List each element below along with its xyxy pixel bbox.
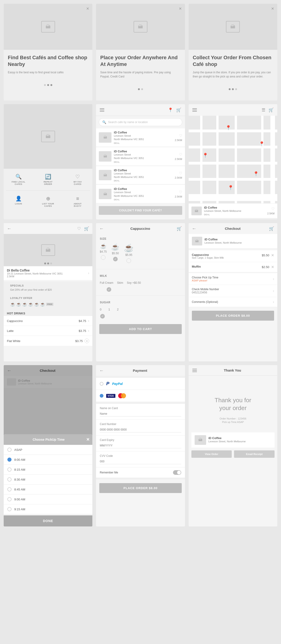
- sugar-0[interactable]: 0: [100, 308, 101, 311]
- close-button-3[interactable]: ✕: [271, 6, 274, 11]
- location-icon[interactable]: 📍: [168, 108, 173, 112]
- sugar-1[interactable]: 1: [108, 308, 110, 311]
- card-option[interactable]: VISA: [96, 390, 185, 402]
- back-button-checkout[interactable]: ←: [192, 226, 197, 231]
- nav-find-local[interactable]: 🔍 FIND LOCALCAFES: [4, 171, 33, 188]
- size-large[interactable]: ☕ $5.95: [124, 243, 134, 263]
- remember-me-toggle[interactable]: [173, 470, 181, 475]
- nav-fav-cafes[interactable]: ♡ MY FAVCAFES: [63, 171, 92, 188]
- nav-repeat-order[interactable]: 🔄 REPEATORDER: [33, 171, 63, 188]
- map-hamburger-button[interactable]: [192, 108, 197, 112]
- name-on-card-input[interactable]: [100, 411, 181, 416]
- detail-heart-icon[interactable]: ♡: [77, 226, 81, 231]
- onboard-content-1: Find Best Cafés and Coffee shop Nearby E…: [4, 50, 92, 81]
- ty-cafe-address: Leveson Street, North Melbourne: [209, 440, 246, 443]
- cafe-deal-1: DEAL: [114, 142, 173, 144]
- back-button-cappuccino[interactable]: ←: [99, 226, 104, 231]
- favorite-icon-2[interactable]: ♡: [179, 152, 182, 157]
- cafe-list-item-2[interactable]: 🏔 iD Coffee Leveson StreetNorth Melbourn…: [96, 147, 185, 166]
- milk-full-cream[interactable]: Full Cream: [100, 281, 113, 284]
- payment-screen: ← Payment P PayPal VISA Name on Card Car…: [96, 365, 185, 526]
- menu-icon: ≡: [76, 196, 79, 202]
- cafe-list-item-1[interactable]: 🏔 iD Coffee Leveson StreetNorth Melbourn…: [96, 128, 185, 147]
- nav-login[interactable]: 👤 LOGIN: [4, 193, 33, 210]
- milk-skim[interactable]: Skim: [117, 281, 123, 284]
- cafe-addr-2: Leveson StreetNorth Melbourne VIC 3051: [114, 153, 173, 160]
- map-cart-icon[interactable]: 🛒: [269, 108, 274, 112]
- menu-item-latte[interactable]: Latte $3.75 ›: [4, 326, 92, 336]
- mobile-chevron: ›: [273, 289, 274, 293]
- card-expiry-input[interactable]: [100, 443, 181, 448]
- email-receipt-button[interactable]: Email Receipt: [234, 450, 275, 458]
- favorite-icon-1[interactable]: ♡: [179, 134, 182, 138]
- paypal-option[interactable]: P PayPal: [96, 378, 185, 390]
- checkout-cappuccino-price: $5.50: [262, 254, 269, 257]
- sugar-2[interactable]: 2: [117, 308, 119, 311]
- map-area[interactable]: 📍 📍 📍 📍 📍: [189, 116, 277, 203]
- payment-place-order-button[interactable]: PLACE ORDER $8.00: [99, 483, 182, 493]
- cafe-addr-1: Leveson StreetNorth Melbourne VIC 3051: [114, 134, 173, 141]
- dot-2-1: [138, 88, 140, 90]
- done-button[interactable]: DONE: [4, 516, 92, 526]
- close-button-1[interactable]: ✕: [86, 6, 89, 11]
- modal-close-button[interactable]: ✕: [86, 437, 90, 442]
- map-cafe-card[interactable]: 🏔 iD Coffee Leveson Street, North Melbou…: [189, 203, 277, 218]
- close-button-2[interactable]: ✕: [179, 6, 182, 11]
- view-order-button[interactable]: View Order: [191, 450, 232, 458]
- onboard-content-3: Collect Your Order From Chosen Café shop…: [189, 50, 277, 86]
- cafe-list-item-4[interactable]: 🏔 iD Coffee Leveson StreetNorth Melbourn…: [96, 185, 185, 203]
- time-900[interactable]: 9:00 AM: [4, 494, 92, 504]
- nav-list-cafes[interactable]: ⊕ LIST YOURCAFES: [33, 193, 63, 210]
- latte-name: Latte: [7, 329, 13, 332]
- list-screen-header: 📍 🛒: [96, 104, 185, 116]
- back-button-payment[interactable]: ←: [99, 368, 104, 373]
- time-815[interactable]: 8:15 AM: [4, 465, 92, 474]
- remove-cappuccino-button[interactable]: ✕: [271, 253, 274, 258]
- checkout-screen: ← Checkout 🛒 🏔 iD Coffee Leveson Street,…: [189, 223, 277, 362]
- mobile-number-row[interactable]: Check Mobile Number 0452123456 ›: [189, 285, 277, 297]
- time-asap[interactable]: ASAP: [4, 445, 92, 455]
- remove-muffin-button[interactable]: ✕: [271, 265, 274, 269]
- hamburger-menu-button[interactable]: [100, 108, 104, 112]
- card-number-input[interactable]: [100, 427, 181, 432]
- menu-item-cappuccino[interactable]: Cappuccino $4.75 ›: [4, 316, 92, 326]
- radio-asap: [7, 448, 11, 452]
- map-road-v-3: [235, 116, 237, 203]
- place-order-button[interactable]: PLACE ORDER $8.00: [192, 311, 274, 320]
- remember-me-row: Remember Me: [96, 468, 185, 478]
- size-small[interactable]: ☕ $4.75: [100, 243, 107, 263]
- add-to-cart-button[interactable]: ADD TO CART: [99, 324, 182, 334]
- flatwhite-plus-button[interactable]: +: [84, 338, 89, 343]
- thankyou-hamburger-button[interactable]: [192, 369, 197, 372]
- cafe-detail-info-block: Di Bella Coffee 19-21 Leveson Street, No…: [7, 268, 63, 278]
- time-800[interactable]: 8:00 AM: [4, 455, 92, 465]
- detail-cart-icon[interactable]: 🛒: [84, 226, 89, 231]
- paypal-logo: P: [106, 381, 109, 386]
- size-medium[interactable]: ☕ $5.50 ✓: [111, 243, 119, 263]
- map-favorite-icon[interactable]: ♡: [271, 207, 275, 211]
- favorite-icon-3[interactable]: ♡: [179, 171, 182, 176]
- nav-about[interactable]: ≡ ABOUTEASYY: [63, 193, 92, 210]
- time-830[interactable]: 8:30 AM: [4, 474, 92, 484]
- list-view-icon[interactable]: ☰: [262, 108, 265, 112]
- time-915[interactable]: 9:15 AM: [4, 504, 92, 514]
- cvv-input[interactable]: [100, 459, 181, 464]
- size-options: ☕ $4.75 ☕ $5.50 ✓ ☕ $5.95: [100, 243, 181, 263]
- menu-item-flatwhite[interactable]: Flat White $3.75 +: [4, 336, 92, 346]
- cappuccino-cart-icon[interactable]: 🛒: [177, 226, 182, 231]
- milk-soy[interactable]: Soy +$0.50: [127, 281, 141, 284]
- checkout-cart-icon[interactable]: 🛒: [269, 226, 274, 231]
- map-pin-2: 📍: [259, 141, 265, 146]
- time-asap-label: ASAP: [14, 448, 22, 452]
- time-845[interactable]: 8:45 AM: [4, 484, 92, 494]
- search-bar[interactable]: 🔍 Search cafe by name or location: [99, 118, 182, 126]
- cafe-list-item-3[interactable]: 🏔 iD Coffee Leveson StreetNorth Melbourn…: [96, 166, 185, 185]
- toggle-knob: [177, 471, 181, 474]
- back-button-detail[interactable]: ←: [7, 226, 11, 231]
- cart-icon[interactable]: 🛒: [176, 108, 181, 112]
- thankyou-header-title: Thank You: [224, 368, 241, 372]
- favorite-icon-4[interactable]: ♡: [179, 190, 182, 194]
- cant-find-button[interactable]: COULDN'T FIND YOUR CAFÉ?: [99, 206, 182, 215]
- comments-row[interactable]: Comments (Optional) ›: [189, 297, 277, 307]
- pickup-time-row[interactable]: Choose Pick Up Time ASAP please! ›: [189, 273, 277, 285]
